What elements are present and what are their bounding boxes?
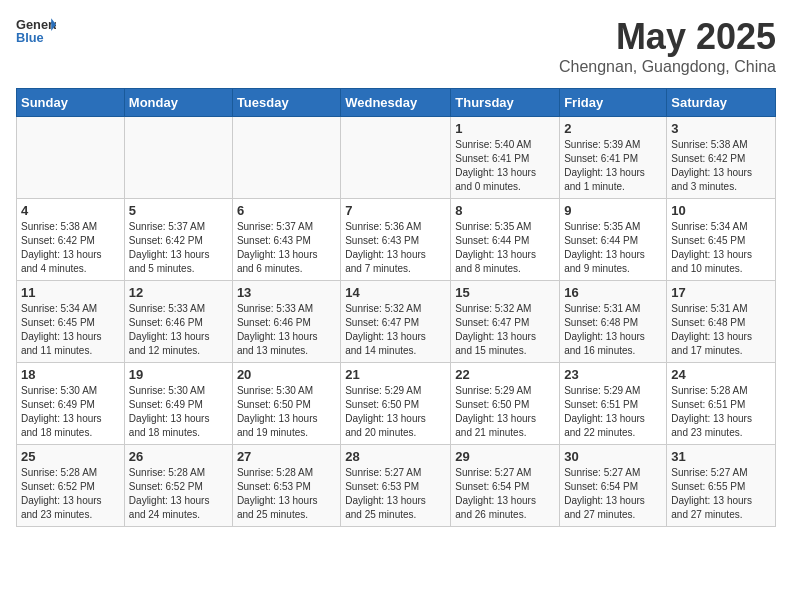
week-row-3: 11Sunrise: 5:34 AM Sunset: 6:45 PM Dayli…	[17, 281, 776, 363]
day-info: Sunrise: 5:27 AM Sunset: 6:54 PM Dayligh…	[564, 466, 662, 522]
day-cell-14: 14Sunrise: 5:32 AM Sunset: 6:47 PM Dayli…	[341, 281, 451, 363]
day-cell-19: 19Sunrise: 5:30 AM Sunset: 6:49 PM Dayli…	[124, 363, 232, 445]
day-number: 26	[129, 449, 228, 464]
day-number: 1	[455, 121, 555, 136]
day-cell-28: 28Sunrise: 5:27 AM Sunset: 6:53 PM Dayli…	[341, 445, 451, 527]
empty-cell	[341, 117, 451, 199]
day-cell-20: 20Sunrise: 5:30 AM Sunset: 6:50 PM Dayli…	[232, 363, 340, 445]
day-number: 23	[564, 367, 662, 382]
day-cell-2: 2Sunrise: 5:39 AM Sunset: 6:41 PM Daylig…	[560, 117, 667, 199]
weekday-header-friday: Friday	[560, 89, 667, 117]
day-cell-7: 7Sunrise: 5:36 AM Sunset: 6:43 PM Daylig…	[341, 199, 451, 281]
day-number: 17	[671, 285, 771, 300]
day-cell-15: 15Sunrise: 5:32 AM Sunset: 6:47 PM Dayli…	[451, 281, 560, 363]
day-number: 27	[237, 449, 336, 464]
day-number: 29	[455, 449, 555, 464]
day-info: Sunrise: 5:37 AM Sunset: 6:42 PM Dayligh…	[129, 220, 228, 276]
day-cell-11: 11Sunrise: 5:34 AM Sunset: 6:45 PM Dayli…	[17, 281, 125, 363]
day-cell-4: 4Sunrise: 5:38 AM Sunset: 6:42 PM Daylig…	[17, 199, 125, 281]
month-title: May 2025	[559, 16, 776, 58]
day-cell-27: 27Sunrise: 5:28 AM Sunset: 6:53 PM Dayli…	[232, 445, 340, 527]
day-number: 20	[237, 367, 336, 382]
day-cell-23: 23Sunrise: 5:29 AM Sunset: 6:51 PM Dayli…	[560, 363, 667, 445]
location-title: Chengnan, Guangdong, China	[559, 58, 776, 76]
day-cell-21: 21Sunrise: 5:29 AM Sunset: 6:50 PM Dayli…	[341, 363, 451, 445]
day-info: Sunrise: 5:29 AM Sunset: 6:50 PM Dayligh…	[345, 384, 446, 440]
day-cell-17: 17Sunrise: 5:31 AM Sunset: 6:48 PM Dayli…	[667, 281, 776, 363]
day-number: 31	[671, 449, 771, 464]
day-number: 4	[21, 203, 120, 218]
calendar-table: SundayMondayTuesdayWednesdayThursdayFrid…	[16, 88, 776, 527]
weekday-header-thursday: Thursday	[451, 89, 560, 117]
day-info: Sunrise: 5:33 AM Sunset: 6:46 PM Dayligh…	[237, 302, 336, 358]
day-cell-6: 6Sunrise: 5:37 AM Sunset: 6:43 PM Daylig…	[232, 199, 340, 281]
day-cell-13: 13Sunrise: 5:33 AM Sunset: 6:46 PM Dayli…	[232, 281, 340, 363]
day-info: Sunrise: 5:40 AM Sunset: 6:41 PM Dayligh…	[455, 138, 555, 194]
day-info: Sunrise: 5:35 AM Sunset: 6:44 PM Dayligh…	[455, 220, 555, 276]
week-row-5: 25Sunrise: 5:28 AM Sunset: 6:52 PM Dayli…	[17, 445, 776, 527]
empty-cell	[17, 117, 125, 199]
day-info: Sunrise: 5:39 AM Sunset: 6:41 PM Dayligh…	[564, 138, 662, 194]
day-info: Sunrise: 5:28 AM Sunset: 6:52 PM Dayligh…	[129, 466, 228, 522]
day-cell-22: 22Sunrise: 5:29 AM Sunset: 6:50 PM Dayli…	[451, 363, 560, 445]
day-number: 22	[455, 367, 555, 382]
weekday-header-row: SundayMondayTuesdayWednesdayThursdayFrid…	[17, 89, 776, 117]
day-number: 3	[671, 121, 771, 136]
day-cell-12: 12Sunrise: 5:33 AM Sunset: 6:46 PM Dayli…	[124, 281, 232, 363]
day-info: Sunrise: 5:27 AM Sunset: 6:53 PM Dayligh…	[345, 466, 446, 522]
day-cell-1: 1Sunrise: 5:40 AM Sunset: 6:41 PM Daylig…	[451, 117, 560, 199]
empty-cell	[124, 117, 232, 199]
day-number: 18	[21, 367, 120, 382]
weekday-header-saturday: Saturday	[667, 89, 776, 117]
day-number: 15	[455, 285, 555, 300]
title-block: May 2025 Chengnan, Guangdong, China	[559, 16, 776, 76]
day-info: Sunrise: 5:32 AM Sunset: 6:47 PM Dayligh…	[345, 302, 446, 358]
day-info: Sunrise: 5:37 AM Sunset: 6:43 PM Dayligh…	[237, 220, 336, 276]
day-info: Sunrise: 5:30 AM Sunset: 6:49 PM Dayligh…	[129, 384, 228, 440]
day-number: 5	[129, 203, 228, 218]
day-number: 11	[21, 285, 120, 300]
day-number: 2	[564, 121, 662, 136]
day-cell-3: 3Sunrise: 5:38 AM Sunset: 6:42 PM Daylig…	[667, 117, 776, 199]
day-info: Sunrise: 5:30 AM Sunset: 6:49 PM Dayligh…	[21, 384, 120, 440]
day-info: Sunrise: 5:27 AM Sunset: 6:55 PM Dayligh…	[671, 466, 771, 522]
day-info: Sunrise: 5:30 AM Sunset: 6:50 PM Dayligh…	[237, 384, 336, 440]
week-row-2: 4Sunrise: 5:38 AM Sunset: 6:42 PM Daylig…	[17, 199, 776, 281]
day-number: 14	[345, 285, 446, 300]
day-number: 12	[129, 285, 228, 300]
day-cell-25: 25Sunrise: 5:28 AM Sunset: 6:52 PM Dayli…	[17, 445, 125, 527]
day-info: Sunrise: 5:35 AM Sunset: 6:44 PM Dayligh…	[564, 220, 662, 276]
day-cell-26: 26Sunrise: 5:28 AM Sunset: 6:52 PM Dayli…	[124, 445, 232, 527]
day-info: Sunrise: 5:31 AM Sunset: 6:48 PM Dayligh…	[564, 302, 662, 358]
day-info: Sunrise: 5:38 AM Sunset: 6:42 PM Dayligh…	[671, 138, 771, 194]
day-number: 24	[671, 367, 771, 382]
day-number: 10	[671, 203, 771, 218]
day-cell-10: 10Sunrise: 5:34 AM Sunset: 6:45 PM Dayli…	[667, 199, 776, 281]
day-info: Sunrise: 5:28 AM Sunset: 6:52 PM Dayligh…	[21, 466, 120, 522]
day-number: 13	[237, 285, 336, 300]
day-info: Sunrise: 5:38 AM Sunset: 6:42 PM Dayligh…	[21, 220, 120, 276]
page-header: General Blue May 2025 Chengnan, Guangdon…	[16, 16, 776, 76]
week-row-4: 18Sunrise: 5:30 AM Sunset: 6:49 PM Dayli…	[17, 363, 776, 445]
day-cell-30: 30Sunrise: 5:27 AM Sunset: 6:54 PM Dayli…	[560, 445, 667, 527]
day-info: Sunrise: 5:34 AM Sunset: 6:45 PM Dayligh…	[671, 220, 771, 276]
logo: General Blue	[16, 16, 56, 46]
svg-text:Blue: Blue	[16, 30, 44, 45]
day-info: Sunrise: 5:33 AM Sunset: 6:46 PM Dayligh…	[129, 302, 228, 358]
day-cell-9: 9Sunrise: 5:35 AM Sunset: 6:44 PM Daylig…	[560, 199, 667, 281]
day-info: Sunrise: 5:29 AM Sunset: 6:50 PM Dayligh…	[455, 384, 555, 440]
day-number: 6	[237, 203, 336, 218]
weekday-header-sunday: Sunday	[17, 89, 125, 117]
day-number: 7	[345, 203, 446, 218]
day-info: Sunrise: 5:36 AM Sunset: 6:43 PM Dayligh…	[345, 220, 446, 276]
day-info: Sunrise: 5:31 AM Sunset: 6:48 PM Dayligh…	[671, 302, 771, 358]
day-number: 25	[21, 449, 120, 464]
day-info: Sunrise: 5:29 AM Sunset: 6:51 PM Dayligh…	[564, 384, 662, 440]
general-blue-icon: General Blue	[16, 16, 56, 46]
day-info: Sunrise: 5:32 AM Sunset: 6:47 PM Dayligh…	[455, 302, 555, 358]
day-number: 19	[129, 367, 228, 382]
day-info: Sunrise: 5:34 AM Sunset: 6:45 PM Dayligh…	[21, 302, 120, 358]
day-cell-18: 18Sunrise: 5:30 AM Sunset: 6:49 PM Dayli…	[17, 363, 125, 445]
day-number: 8	[455, 203, 555, 218]
day-cell-8: 8Sunrise: 5:35 AM Sunset: 6:44 PM Daylig…	[451, 199, 560, 281]
